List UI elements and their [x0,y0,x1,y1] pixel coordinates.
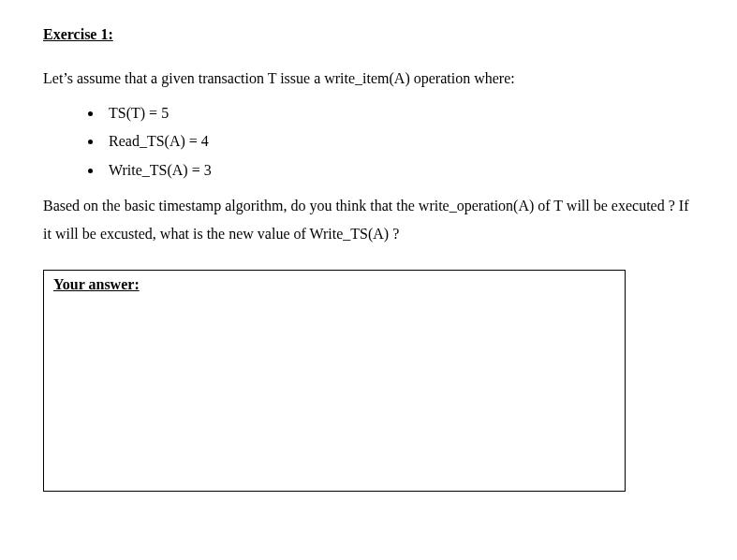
page: Exercise 1: Let’s assume that a given tr… [0,0,737,560]
question-text: Based on the basic timestamp algorithm, … [43,192,694,247]
list-item: Read_TS(A) = 4 [103,127,694,155]
answer-box[interactable]: Your answer: [43,270,626,492]
answer-label: Your answer: [53,276,140,292]
intro-text: Let’s assume that a given transaction T … [43,67,694,90]
given-values-list: TS(T) = 5 Read_TS(A) = 4 Write_TS(A) = 3 [43,99,694,184]
list-item: Write_TS(A) = 3 [103,156,694,184]
exercise-heading: Exercise 1: [43,26,694,43]
list-item: TS(T) = 5 [103,99,694,127]
